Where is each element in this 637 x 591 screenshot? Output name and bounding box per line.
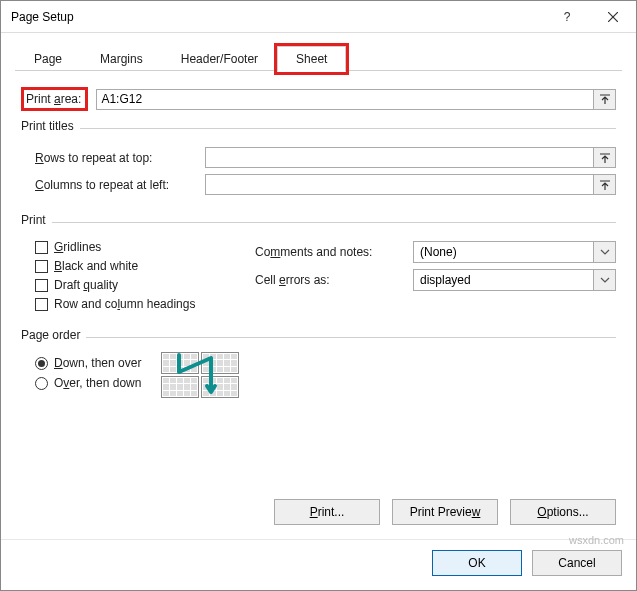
checkbox-black-white[interactable]: Black and white — [35, 259, 235, 273]
dialog-footer: OK Cancel — [1, 539, 636, 590]
cell-errors-select[interactable]: displayed — [413, 269, 616, 291]
collapse-dialog-icon — [600, 180, 610, 190]
print-area-input[interactable] — [97, 90, 593, 109]
comments-value: (None) — [414, 245, 593, 259]
chevron-down-icon — [593, 270, 615, 290]
print-group-label: Print — [21, 213, 46, 227]
checkbox-row-col-headings[interactable]: Row and column headings — [35, 297, 235, 311]
rows-repeat-refbox — [205, 147, 616, 168]
print-area-label: Print area: — [21, 87, 88, 111]
checkbox-gridlines[interactable]: Gridlines — [35, 240, 235, 254]
radio-icon — [35, 357, 48, 370]
help-button[interactable]: ? — [544, 1, 590, 33]
close-button[interactable] — [590, 1, 636, 33]
tab-sheet[interactable]: Sheet — [277, 46, 346, 72]
checkbox-icon — [35, 279, 48, 292]
print-area-refbox — [96, 89, 616, 110]
cols-repeat-collapse-button[interactable] — [593, 175, 615, 194]
print-area-collapse-button[interactable] — [593, 90, 615, 109]
sheet-tab-content: Print area: Print titles Rows to repeat … — [15, 71, 622, 489]
page-setup-dialog: Page Setup ? Page Margins Header/Footer … — [0, 0, 637, 591]
cancel-button[interactable]: Cancel — [532, 550, 622, 576]
ok-button[interactable]: OK — [432, 550, 522, 576]
dialog-title: Page Setup — [11, 10, 544, 24]
cols-repeat-input[interactable] — [206, 175, 593, 194]
comments-label: Comments and notes: — [255, 245, 405, 259]
rows-repeat-label: Rows to repeat at top: — [35, 151, 205, 165]
tab-header-footer[interactable]: Header/Footer — [162, 46, 277, 72]
dialog-body: Page Margins Header/Footer Sheet Print a… — [1, 33, 636, 539]
cell-errors-label: Cell errors as: — [255, 273, 405, 287]
tab-strip: Page Margins Header/Footer Sheet — [15, 45, 622, 71]
print-button[interactable]: Print... — [274, 499, 380, 525]
print-titles-label: Print titles — [21, 119, 74, 133]
print-group: Print Gridlines Black and white Draft qu… — [21, 213, 616, 320]
checkbox-draft-quality[interactable]: Draft quality — [35, 278, 235, 292]
cols-repeat-label: Columns to repeat at left: — [35, 178, 205, 192]
rows-repeat-input[interactable] — [206, 148, 593, 167]
titlebar: Page Setup ? — [1, 1, 636, 33]
print-area-row: Print area: — [21, 87, 616, 111]
rows-repeat-collapse-button[interactable] — [593, 148, 615, 167]
radio-over-then-down[interactable]: Over, then down — [35, 376, 141, 390]
options-button[interactable]: Options... — [510, 499, 616, 525]
comments-select[interactable]: (None) — [413, 241, 616, 263]
cols-repeat-refbox — [205, 174, 616, 195]
cell-errors-value: displayed — [414, 273, 593, 287]
tab-margins[interactable]: Margins — [81, 46, 162, 72]
page-order-label: Page order — [21, 328, 80, 342]
close-icon — [608, 12, 618, 22]
page-order-group: Page order Down, then over Over, then do… — [21, 328, 616, 404]
radio-down-then-over[interactable]: Down, then over — [35, 356, 141, 370]
collapse-dialog-icon — [600, 153, 610, 163]
radio-icon — [35, 377, 48, 390]
chevron-down-icon — [593, 242, 615, 262]
page-order-icon — [159, 350, 243, 400]
checkbox-icon — [35, 260, 48, 273]
checkbox-icon — [35, 298, 48, 311]
collapse-dialog-icon — [600, 94, 610, 104]
print-preview-button[interactable]: Print Preview — [392, 499, 498, 525]
print-titles-group: Print titles Rows to repeat at top: Colu… — [21, 119, 616, 205]
checkbox-icon — [35, 241, 48, 254]
action-button-row: Print... Print Preview Options... — [15, 489, 622, 539]
tab-page[interactable]: Page — [15, 46, 81, 72]
